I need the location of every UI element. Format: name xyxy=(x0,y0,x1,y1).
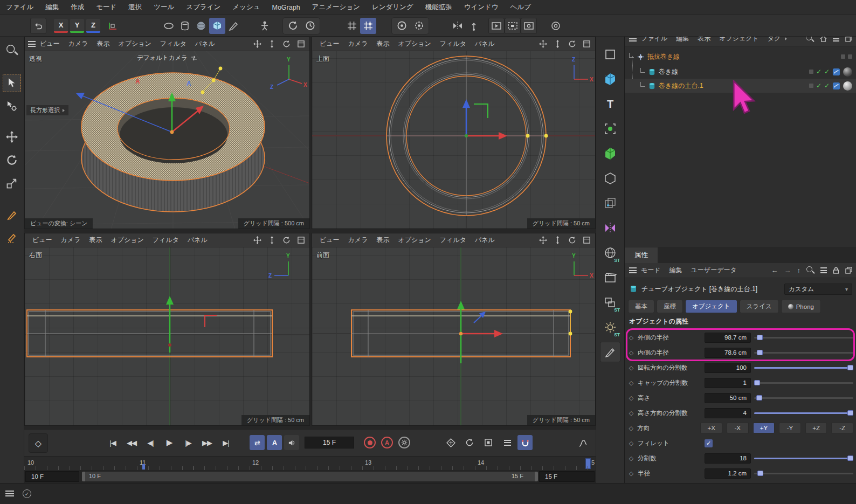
menu-spline[interactable]: スプライン xyxy=(180,3,226,12)
pan-icon[interactable] xyxy=(537,39,548,50)
timeline-ruler[interactable]: 10 11 12 13 14 15 xyxy=(24,456,596,470)
editor-visibility-dot[interactable] xyxy=(841,54,845,59)
primitive-pen-icon[interactable] xyxy=(225,18,241,34)
rotation-segments-field[interactable]: 100 xyxy=(705,363,751,373)
primitive-cube-icon[interactable] xyxy=(209,18,225,34)
material-thumbnail[interactable] xyxy=(843,81,852,91)
orientation-minus-z[interactable]: -Z xyxy=(831,423,853,433)
vp-menu-camera[interactable]: カメラ xyxy=(64,39,93,49)
menu-help[interactable]: ヘルプ xyxy=(505,3,537,12)
camera-label[interactable]: デフォルトカメラ xyxy=(137,54,197,62)
range-span[interactable] xyxy=(82,472,538,481)
enabled-check-icon[interactable]: ✓ xyxy=(816,68,822,75)
prev-key-button[interactable]: ◀◀ xyxy=(123,434,140,451)
search-icon[interactable] xyxy=(806,266,814,274)
orientation-plus-y[interactable]: +Y xyxy=(753,423,775,433)
keyframe-diamond-icon[interactable]: ◇ xyxy=(628,395,634,402)
vp-menu-options[interactable]: オプション xyxy=(106,236,148,245)
rotation-segments-slider[interactable] xyxy=(754,363,853,373)
generator-cube-icon[interactable] xyxy=(600,143,620,164)
back-icon[interactable]: ← xyxy=(771,266,778,274)
up-icon[interactable]: ↑ xyxy=(797,266,801,274)
visibility-dot[interactable] xyxy=(809,84,813,88)
menu-edit[interactable]: 編集 xyxy=(39,3,65,12)
attr-menu-mode[interactable]: モード xyxy=(637,266,665,275)
pan-icon[interactable] xyxy=(537,235,548,246)
render-view-icon[interactable] xyxy=(488,18,505,34)
vp-menu-panel[interactable]: パネル xyxy=(471,236,499,245)
tweak-tool-icon[interactable] xyxy=(3,97,21,115)
tab-basic[interactable]: 基本 xyxy=(628,300,654,313)
text-tool-icon[interactable]: T xyxy=(600,94,620,114)
menu-mesh[interactable]: メッシュ xyxy=(226,3,266,12)
vp-menu-panel[interactable]: パネル xyxy=(191,39,219,49)
vp-menu-options[interactable]: オプション xyxy=(114,39,155,49)
dolly-icon[interactable] xyxy=(266,235,277,246)
keyframe-diamond-button[interactable]: ◇ xyxy=(29,433,48,453)
clapperboard-icon[interactable] xyxy=(600,267,620,288)
record-autokey-button[interactable]: A xyxy=(381,437,393,448)
vp-menu-filter[interactable]: フィルタ xyxy=(156,39,191,49)
menu-create[interactable]: 作成 xyxy=(65,3,90,12)
render-settings-icon[interactable] xyxy=(521,18,537,34)
maximize-icon[interactable] xyxy=(581,39,592,50)
vp-menu-display[interactable]: 表示 xyxy=(372,39,394,49)
height-segments-slider[interactable] xyxy=(754,408,853,418)
vp-menu-panel[interactable]: パネル xyxy=(471,39,499,49)
object-name[interactable]: 巻き線の土台.1 xyxy=(659,81,703,91)
height-segments-field[interactable]: 4 xyxy=(705,408,751,418)
inner-radius-slider[interactable] xyxy=(754,348,853,358)
phong-tag-icon[interactable] xyxy=(832,68,840,76)
vp-menu-filter[interactable]: フィルタ xyxy=(436,236,471,245)
tab-coordinates[interactable]: 座標 xyxy=(657,300,683,313)
menu-render[interactable]: レンダリング xyxy=(366,3,419,12)
workplane-icon[interactable] xyxy=(105,18,121,34)
range-end-field[interactable]: 15 F xyxy=(539,471,595,482)
menu-file[interactable]: ファイル xyxy=(0,3,39,12)
vp-menu-display[interactable]: 表示 xyxy=(92,39,114,49)
top-canvas[interactable]: Z X 上面 グリッド間隔 : 50 cm xyxy=(312,51,595,229)
status-menu-icon[interactable] xyxy=(5,491,14,498)
cap-segments-slider[interactable] xyxy=(754,378,853,388)
grid-icon[interactable] xyxy=(344,18,360,34)
dolly-icon[interactable] xyxy=(552,235,563,246)
visibility-dot[interactable] xyxy=(809,70,813,74)
pan-icon[interactable] xyxy=(252,39,263,50)
keyframe-diamond-icon[interactable]: ◇ xyxy=(628,470,634,477)
current-frame-field[interactable]: 15 F xyxy=(305,437,354,448)
primitive-disc-icon[interactable] xyxy=(161,18,177,34)
menu-animation[interactable]: アニメーション xyxy=(306,3,366,12)
fillet-segments-field[interactable]: 18 xyxy=(705,453,751,464)
sound-toggle[interactable] xyxy=(284,435,299,450)
vp-menu-filter[interactable]: フィルタ xyxy=(148,236,183,245)
maximize-icon[interactable] xyxy=(581,235,592,246)
axis-y-button[interactable]: Y xyxy=(70,19,84,33)
maximize-icon[interactable] xyxy=(295,235,306,246)
keyframe-diamond-icon[interactable]: ◇ xyxy=(628,455,634,462)
keyframe-diamond-icon[interactable]: ◇ xyxy=(628,425,634,432)
cube-primitive-icon[interactable] xyxy=(600,69,620,89)
live-selection-tool[interactable] xyxy=(3,74,21,92)
cap-segments-field[interactable]: 1 xyxy=(705,378,751,388)
vp-menu-view[interactable]: ビュー xyxy=(315,39,344,49)
detach-panel-icon[interactable] xyxy=(845,267,852,274)
menu-tools[interactable]: ツール xyxy=(148,3,180,12)
enabled-check-icon[interactable]: ✓ xyxy=(816,82,822,89)
orbit-icon[interactable] xyxy=(281,235,292,246)
phong-tag-icon[interactable] xyxy=(832,82,840,90)
vp-menu-camera[interactable]: カメラ xyxy=(344,39,372,49)
animate-rotate-icon[interactable] xyxy=(285,18,301,34)
range-start-field[interactable]: 10 F xyxy=(25,471,79,482)
autokey-toggle[interactable]: A xyxy=(267,435,282,450)
keyframe-diamond-icon[interactable]: ◇ xyxy=(628,364,634,371)
menu-mode[interactable]: モード xyxy=(90,3,122,12)
orbit-icon[interactable] xyxy=(567,39,577,50)
front-canvas[interactable]: Y X 前面 グリッド間隔 : 50 cm xyxy=(312,247,595,425)
enable-axis-icon[interactable] xyxy=(600,119,620,139)
key-parameter-icon[interactable] xyxy=(499,434,516,451)
fillet-segments-slider[interactable] xyxy=(754,453,853,464)
tab-phong[interactable]: Phong xyxy=(781,300,821,313)
wireframe-cube-icon[interactable] xyxy=(600,193,620,213)
inner-radius-field[interactable]: 78.6 cm xyxy=(705,348,751,358)
perspective-canvas[interactable]: A A Y X Z 透視 デフォルトカメラ 長方形 xyxy=(25,51,309,229)
